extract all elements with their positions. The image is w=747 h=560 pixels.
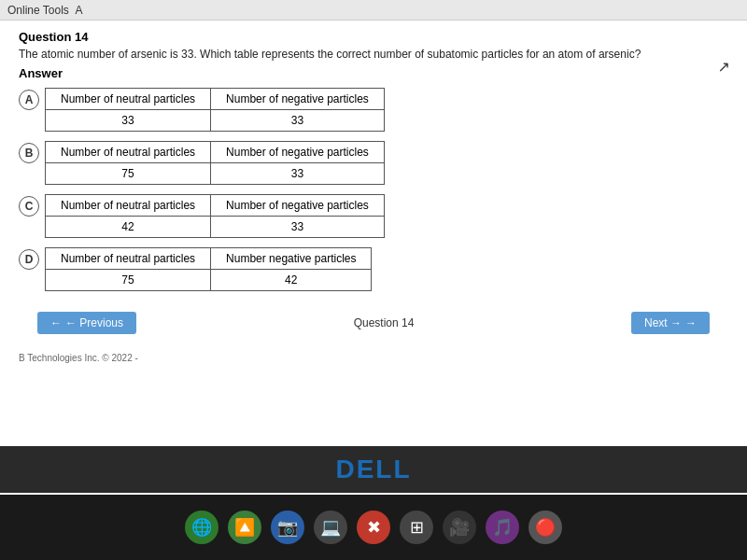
taskbar-icon-music[interactable]: 🎵 [486,511,519,544]
option-d-col1-header: Number of neutral particles [46,248,211,270]
option-b-col2-header: Number of negative particles [211,142,385,163]
footer-text: B Technologies Inc. © 2022 - [0,353,747,367]
dell-logo: DELL [335,455,411,484]
dell-area: DELL [0,446,747,493]
taskbar-icon-grid[interactable]: ⊞ [400,511,433,544]
taskbar-icon-video[interactable]: 🎥 [443,511,476,544]
option-c-col2-header: Number of negative particles [211,195,385,217]
taskbar-icon-x[interactable]: ✖ [357,511,390,544]
next-button[interactable]: Next → → [631,312,710,334]
taskbar-icon-chrome[interactable]: 🔴 [529,511,562,544]
option-table-d: Number of neutral particles Number negat… [45,247,372,291]
cursor-icon: ↖ [718,58,730,76]
prev-icon: ← [50,316,62,329]
option-a-col1-value: 33 [46,110,211,132]
option-a-col2-header: Number of negative particles [211,89,385,110]
taskbar: 🌐 🔼 📷 💻 ✖ ⊞ 🎥 🎵 🔴 [0,495,747,560]
toolbar: Online Tools A [0,0,747,21]
question-number: Question 14 [19,30,728,44]
option-d-col2-header: Number negative particles [211,248,372,270]
answer-label: Answer [19,66,728,80]
option-letter-a[interactable]: A [19,90,39,110]
options-container: A Number of neutral particles Number of … [19,88,728,291]
next-label: Next → [644,316,682,329]
option-b-col1-value: 75 [46,163,211,185]
option-table-c: Number of neutral particles Number of ne… [45,194,385,238]
option-row-b[interactable]: B Number of neutral particles Number of … [19,141,728,185]
question-text: The atomic number of arsenic is 33. Whic… [19,48,728,61]
toolbar-tools-label: Online Tools [7,4,69,17]
main-content: Question 14 The atomic number of arsenic… [0,21,747,353]
prev-label: ← Previous [65,316,123,329]
option-a-col2-value: 33 [211,110,385,132]
option-d-col1-value: 75 [46,270,211,291]
taskbar-icon-camera[interactable]: 📷 [271,511,304,544]
option-c-col1-value: 42 [46,217,211,238]
option-letter-c[interactable]: C [19,196,39,217]
option-letter-d[interactable]: D [19,249,39,270]
option-table-a: Number of neutral particles Number of ne… [45,88,385,132]
question-counter: Question 14 [354,316,415,329]
option-b-col2-value: 33 [211,163,385,185]
option-c-col1-header: Number of neutral particles [46,195,211,217]
option-a-col1-header: Number of neutral particles [46,89,211,110]
option-c-col2-value: 33 [211,217,385,238]
option-row-a[interactable]: A Number of neutral particles Number of … [19,88,728,132]
prev-button[interactable]: ← ← Previous [37,312,136,334]
toolbar-tab-a[interactable]: A [76,4,83,17]
taskbar-icon-browser[interactable]: 🌐 [185,511,218,544]
taskbar-icon-laptop[interactable]: 💻 [314,511,347,544]
option-b-col1-header: Number of neutral particles [46,142,211,163]
next-icon: → [685,316,697,329]
option-table-b: Number of neutral particles Number of ne… [45,141,385,185]
option-row-d[interactable]: D Number of neutral particles Number neg… [19,247,728,291]
option-row-c[interactable]: C Number of neutral particles Number of … [19,194,728,238]
taskbar-icon-up[interactable]: 🔼 [228,511,261,544]
option-d-col2-value: 42 [211,270,372,291]
bottom-nav: ← ← Previous Question 14 Next → → [19,302,728,343]
option-letter-b[interactable]: B [19,143,39,163]
